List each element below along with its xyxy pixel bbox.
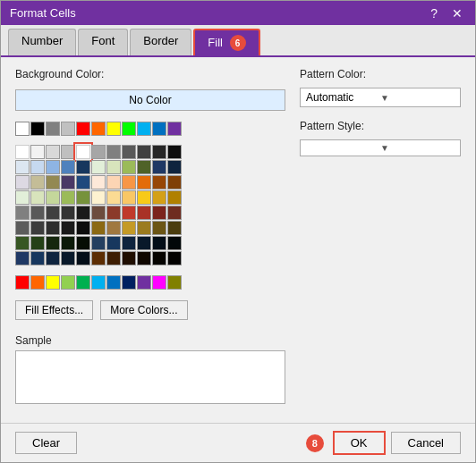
cell-r2-c8[interactable] [122, 160, 136, 174]
cell-r5-c7[interactable] [106, 206, 121, 220]
cell-r8-c7[interactable] [106, 251, 121, 265]
cell-r7-c4[interactable] [61, 236, 75, 250]
cell-r2-c5[interactable] [76, 160, 90, 174]
color-lime[interactable] [122, 122, 136, 136]
cell-r6-c6[interactable] [91, 221, 106, 235]
vivid-navy[interactable] [122, 275, 136, 290]
cell-r2-c2[interactable] [30, 160, 45, 174]
cell-r7-c3[interactable] [46, 236, 60, 250]
cell-r2-c11[interactable] [167, 160, 182, 174]
cell-r2-c7[interactable] [106, 160, 121, 174]
cell-r1-c9[interactable] [137, 145, 151, 159]
vivid-purple[interactable] [137, 275, 151, 290]
color-orange[interactable] [91, 122, 106, 136]
cell-r8-c9[interactable] [137, 251, 151, 265]
cell-r3-c9[interactable] [137, 175, 151, 189]
fill-effects-button[interactable]: Fill Effects... [15, 300, 93, 320]
cell-r2-c9[interactable] [137, 160, 151, 174]
cell-r3-c11[interactable] [167, 175, 182, 189]
tab-number[interactable]: Number [8, 29, 76, 55]
vivid-orange[interactable] [30, 275, 45, 290]
cell-r7-c10[interactable] [152, 236, 166, 250]
cell-r5-c9[interactable] [137, 206, 151, 220]
cell-r7-c11[interactable] [167, 236, 182, 250]
vivid-cyan[interactable] [91, 275, 106, 290]
cell-r8-c1[interactable] [15, 251, 30, 265]
cell-r4-c5[interactable] [76, 190, 90, 205]
cell-r8-c10[interactable] [152, 251, 166, 265]
cell-r7-c5[interactable] [76, 236, 90, 250]
cell-r1-c7[interactable] [106, 145, 121, 159]
cell-r4-c8[interactable] [122, 190, 136, 205]
color-yellow[interactable] [106, 122, 121, 136]
no-color-button[interactable]: No Color [15, 89, 285, 111]
cell-r7-c1[interactable] [15, 236, 30, 250]
cell-r7-c8[interactable] [122, 236, 136, 250]
cell-r8-c11[interactable] [167, 251, 182, 265]
cell-r6-c10[interactable] [152, 221, 166, 235]
vivid-lime[interactable] [61, 275, 75, 290]
pattern-color-dropdown[interactable]: Automatic ▼ [300, 88, 461, 107]
cell-r5-c3[interactable] [46, 206, 60, 220]
vivid-olive[interactable] [167, 275, 182, 290]
cell-r3-c10[interactable] [152, 175, 166, 189]
cell-r8-c3[interactable] [46, 251, 60, 265]
vivid-yellow[interactable] [46, 275, 60, 290]
cell-r5-c6[interactable] [91, 206, 106, 220]
cell-r3-c5[interactable] [76, 175, 90, 189]
cell-r6-c9[interactable] [137, 221, 151, 235]
close-button[interactable]: ✕ [448, 7, 466, 20]
cell-r1-c10[interactable] [152, 145, 166, 159]
cell-r3-c8[interactable] [122, 175, 136, 189]
cell-r5-c2[interactable] [30, 206, 45, 220]
cell-r6-c2[interactable] [30, 221, 45, 235]
cell-r6-c5[interactable] [76, 221, 90, 235]
clear-button[interactable]: Clear [15, 432, 77, 454]
cell-r3-c1[interactable] [15, 175, 30, 189]
cell-r2-c1[interactable] [15, 160, 30, 174]
cell-r5-c1[interactable] [15, 206, 30, 220]
cell-r2-c4[interactable] [61, 160, 75, 174]
color-white[interactable] [15, 122, 30, 136]
cell-r2-c6[interactable] [91, 160, 106, 174]
ok-button[interactable]: OK [333, 431, 386, 455]
color-purple[interactable] [167, 122, 182, 136]
cell-r6-c1[interactable] [15, 221, 30, 235]
cell-r4-c10[interactable] [152, 190, 166, 205]
cell-r7-c7[interactable] [106, 236, 121, 250]
color-cyan[interactable] [137, 122, 151, 136]
cell-r5-c8[interactable] [122, 206, 136, 220]
cell-r1-c2[interactable] [30, 145, 45, 159]
cell-r7-c9[interactable] [137, 236, 151, 250]
cell-r1-c3[interactable] [46, 145, 60, 159]
cell-r2-c10[interactable] [152, 160, 166, 174]
cell-r7-c2[interactable] [30, 236, 45, 250]
cell-r3-c6[interactable] [91, 175, 106, 189]
vivid-magenta[interactable] [152, 275, 166, 290]
cell-r7-c6[interactable] [91, 236, 106, 250]
vivid-green[interactable] [76, 275, 90, 290]
color-gray[interactable] [46, 122, 60, 136]
cell-r4-c9[interactable] [137, 190, 151, 205]
cell-r1-c11[interactable] [167, 145, 182, 159]
cell-r8-c6[interactable] [91, 251, 106, 265]
cell-r4-c7[interactable] [106, 190, 121, 205]
tab-border[interactable]: Border [130, 29, 191, 55]
cell-r2-c3[interactable] [46, 160, 60, 174]
cell-r5-c4[interactable] [61, 206, 75, 220]
vivid-blue[interactable] [106, 275, 121, 290]
color-red[interactable] [76, 122, 90, 136]
cell-r6-c11[interactable] [167, 221, 182, 235]
cell-r4-c3[interactable] [46, 190, 60, 205]
cell-r5-c5[interactable] [76, 206, 90, 220]
more-colors-button[interactable]: More Colors... [100, 300, 187, 320]
color-silver[interactable] [61, 122, 75, 136]
cell-r3-c4[interactable] [61, 175, 75, 189]
color-blue[interactable] [152, 122, 166, 136]
cell-r8-c2[interactable] [30, 251, 45, 265]
cell-r1-c6[interactable] [91, 145, 106, 159]
cell-r5-c11[interactable] [167, 206, 182, 220]
cell-r8-c5[interactable] [76, 251, 90, 265]
cell-r6-c3[interactable] [46, 221, 60, 235]
color-black[interactable] [30, 122, 45, 136]
